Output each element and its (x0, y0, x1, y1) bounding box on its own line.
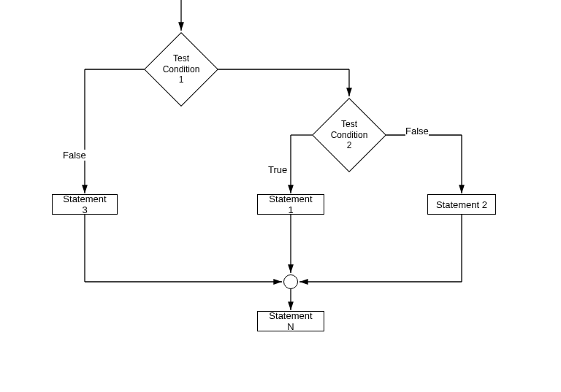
edge-label-false-2: False (405, 126, 429, 137)
decision-cond2: TestCondition2 (313, 99, 386, 172)
decision-cond1-label: TestCondition1 (163, 53, 200, 85)
edge-label-true: True (268, 164, 287, 175)
process-stmtN-label: Statement N (265, 310, 316, 332)
process-stmt2: Statement 2 (427, 194, 496, 215)
decision-cond2-label: TestCondition2 (331, 119, 368, 150)
flowchart-container: TestCondition1 TestCondition2 Statement … (0, 0, 561, 392)
process-stmt1: Statement 1 (257, 194, 324, 215)
process-stmt1-label: Statement 1 (265, 193, 316, 215)
process-stmt2-label: Statement 2 (436, 199, 487, 210)
process-stmtN: Statement N (257, 311, 324, 331)
merge-connector (283, 274, 298, 289)
decision-cond1: TestCondition1 (145, 33, 218, 106)
edge-label-false-1: False (63, 150, 86, 161)
process-stmt3: Statement 3 (52, 194, 118, 215)
process-stmt3-label: Statement 3 (60, 193, 110, 215)
